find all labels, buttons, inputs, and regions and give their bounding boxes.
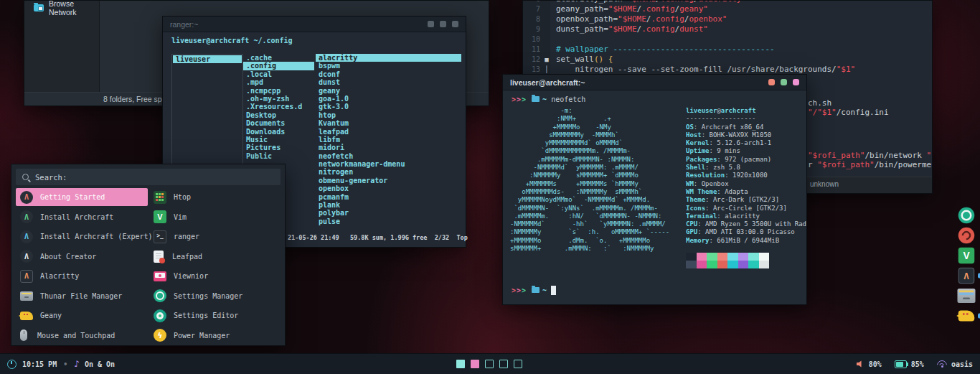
- prompt-directory: ~: [542, 286, 547, 294]
- line-number: 9: [523, 24, 543, 34]
- geany-status-text: unknown: [810, 180, 839, 188]
- rofi-item-label: Install Archcraft: [40, 213, 113, 221]
- workspace-1[interactable]: [456, 360, 465, 368]
- neofetch-palette-top: [686, 253, 769, 261]
- separator-dot: •: [63, 360, 67, 368]
- code-text: [550, 34, 556, 45]
- sidebar-item-browse-network[interactable]: Browse Network: [24, 1, 99, 15]
- dock-item-vim[interactable]: [953, 246, 980, 266]
- ranger-dir-entry: .mpd: [243, 78, 314, 86]
- rofi-item-install-archcraft[interactable]: Install Archcraft: [16, 208, 148, 226]
- close-button[interactable]: [793, 79, 799, 85]
- line-number: 8: [523, 14, 543, 24]
- dock-item-settings-manager[interactable]: [953, 205, 980, 225]
- rofi-item-htop[interactable]: Htop: [149, 188, 282, 206]
- neofetch-info-row: GPU: AMD ATI 03:00.0 Picasso: [686, 228, 807, 236]
- palette-swatch: [748, 253, 759, 261]
- workspace-3[interactable]: [485, 360, 494, 368]
- rofi-item-power-manager[interactable]: Power Manager: [149, 327, 282, 345]
- geany-code-lines[interactable]: 6alacritty_path="$HOME/.config/alacritty…: [523, 0, 932, 85]
- bar-left-modules: 10:15 PM • ♪ On & On: [7, 359, 115, 369]
- workspace-2[interactable]: [471, 360, 479, 368]
- palette-swatch: [759, 253, 770, 261]
- rofi-item-ranger[interactable]: ranger: [149, 228, 282, 246]
- ranger-subdir-entry: obmenu-generator: [316, 177, 461, 184]
- code-fragment: "$rofi_path"/bin/network "$r: [808, 151, 933, 160]
- palette-swatch: [697, 261, 707, 268]
- wifi-icon[interactable]: [937, 360, 947, 368]
- ranger-subdir-entry: Kvantum: [316, 119, 461, 127]
- workspace-4[interactable]: [499, 360, 508, 368]
- fold-marker: │: [543, 65, 550, 75]
- line-number: 12: [523, 55, 543, 65]
- dock-item-alacritty[interactable]: [953, 266, 980, 286]
- alacritty-icon: [20, 270, 33, 283]
- code-line: 13│ nitrogen --save --set-zoom-fill /usr…: [523, 65, 932, 75]
- settings-manager-icon: [958, 207, 975, 224]
- ranger-subdir-entry: libfm: [316, 136, 461, 144]
- line-number: 10: [523, 34, 543, 45]
- maximize-button[interactable]: [781, 79, 787, 85]
- close-button[interactable]: [452, 21, 458, 27]
- line-number: 11: [523, 45, 543, 55]
- workspace-5[interactable]: [514, 360, 522, 368]
- archcraft-green-icon: [20, 210, 33, 223]
- rofi-item-thunar-file-manager[interactable]: Thunar File Manager: [16, 287, 148, 305]
- code-text: nitrogen --save --set-zoom-fill /usr/sha…: [550, 65, 855, 75]
- ranger-col3[interactable]: alacrittybspwmdconfdunstgeanygoa-1.0gtk-…: [316, 54, 461, 225]
- maximize-button[interactable]: [440, 21, 446, 27]
- dock-item-geany[interactable]: [953, 306, 980, 326]
- terminal-prompt-line[interactable]: >>>~: [512, 285, 556, 295]
- ranger-statusline: 21-05-26 21:49 59.8K sum, 1.99G free 2/3…: [288, 234, 468, 241]
- archcraft-white-icon: [20, 250, 33, 263]
- rofi-item-viewnior[interactable]: Viewnior: [149, 267, 282, 285]
- neofetch-separator: ------------------: [686, 115, 807, 123]
- palette-swatch: [717, 253, 728, 261]
- dock-item-file-cabinet[interactable]: [953, 286, 980, 306]
- terminal-titlebar[interactable]: liveuser@archcraft:~: [503, 75, 806, 90]
- fold-marker: ■: [543, 55, 550, 65]
- volume-label: 80%: [869, 360, 882, 368]
- rofi-item-geany[interactable]: Geany: [16, 307, 148, 324]
- terminal-window: liveuser@archcraft:~ >>>~ neofetch -m: :…: [502, 74, 807, 305]
- code-line: 12■set_wall() {: [523, 55, 932, 65]
- code-line: 8openbox_path="$HOME/.config/openbox": [523, 14, 932, 24]
- ranger-titlebar[interactable]: ranger:~: [163, 17, 466, 32]
- rofi-item-leafpad[interactable]: Leafpad: [149, 248, 282, 266]
- rofi-search-bar[interactable]: Search:: [16, 169, 281, 185]
- folder-icon: [532, 96, 540, 102]
- neofetch-info-row: Theme: Arc-Dark [GTK2/3]: [686, 196, 807, 204]
- ranger-subdir-entry: neofetch: [316, 152, 461, 160]
- code-line: 10: [523, 34, 932, 45]
- palette-swatch: [707, 261, 717, 268]
- rofi-item-alacritty[interactable]: Alacritty: [16, 267, 148, 285]
- code-text: geany_path="$HOME/.config/geany": [550, 4, 708, 14]
- ranger-parent-entry: liveuser: [173, 55, 242, 63]
- rofi-item-mouse-and-touchpad[interactable]: Mouse and Touchpad: [16, 327, 148, 345]
- ranger-subdir-entry: dconf: [316, 70, 461, 78]
- minimize-button[interactable]: [428, 21, 434, 27]
- song-label[interactable]: On & On: [85, 360, 115, 368]
- rofi-item-about-creator[interactable]: About Creator: [16, 248, 148, 266]
- palette-swatch: [748, 261, 759, 268]
- rofi-item-vim[interactable]: Vim: [149, 208, 282, 226]
- file-cabinet-icon: [958, 289, 976, 303]
- ranger-subdir-entry: gtk-3.0: [316, 103, 461, 111]
- rofi-item-settings-editor[interactable]: Settings Editor: [149, 307, 282, 324]
- neofetch-info-row: Shell: zsh 5.8: [686, 164, 807, 172]
- search-input[interactable]: Search:: [35, 173, 67, 182]
- dock-item-red-app[interactable]: [953, 225, 980, 246]
- neofetch-info-row: Uptime: 9 mins: [686, 147, 807, 155]
- ranger-dir-entry: .ncmpcpp: [243, 87, 314, 95]
- rofi-item-settings-manager[interactable]: Settings Manager: [149, 287, 282, 305]
- terminal-window-buttons: [763, 79, 799, 85]
- settings-editor-icon: [154, 309, 166, 322]
- neofetch-info-row: WM: Openbox: [686, 180, 807, 188]
- rofi-item-install-archcraft-expert-[interactable]: Install Archcraft (Expert): [16, 228, 148, 246]
- rofi-item-getting-started[interactable]: Getting Started: [16, 188, 148, 206]
- volume-icon[interactable]: [857, 360, 864, 368]
- ranger-col2[interactable]: .cache.config.local.mpd.ncmpcpp.oh-my-zs…: [243, 54, 314, 160]
- palette-swatch: [686, 261, 697, 268]
- minimize-button[interactable]: [768, 79, 775, 85]
- ranger-subdir-entry: htop: [316, 111, 461, 119]
